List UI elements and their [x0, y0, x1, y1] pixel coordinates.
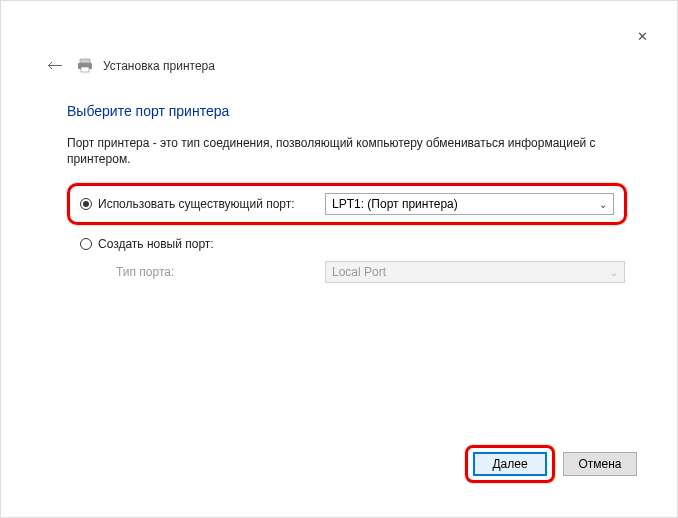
svg-point-3	[89, 64, 91, 66]
printer-icon	[77, 58, 93, 74]
printer-wizard-window: ✕ 🡐 Установка принтера Выберите порт при…	[29, 25, 655, 495]
page-description: Порт принтера - это тип соединения, позв…	[67, 135, 625, 167]
wizard-header: 🡐 Установка принтера	[43, 55, 215, 77]
next-button[interactable]: Далее	[473, 452, 547, 476]
page-heading: Выберите порт принтера	[67, 103, 229, 119]
port-type-label: Тип порта:	[80, 265, 325, 279]
port-type-row: Тип порта: Local Port ⌄	[67, 261, 627, 283]
next-button-highlight: Далее	[465, 445, 555, 483]
use-existing-port-label: Использовать существующий порт:	[98, 197, 295, 211]
chevron-down-icon: ⌄	[599, 199, 607, 210]
port-type-select: Local Port ⌄	[325, 261, 625, 283]
radio-unchecked-icon	[80, 238, 92, 250]
radio-checked-icon	[80, 198, 92, 210]
next-button-label: Далее	[492, 457, 527, 471]
existing-port-value: LPT1: (Порт принтера)	[332, 197, 458, 211]
port-type-value: Local Port	[332, 265, 386, 279]
create-new-port-row: Создать новый порт:	[67, 237, 627, 251]
wizard-footer: Далее Отмена	[465, 445, 637, 483]
use-existing-port-radio[interactable]: Использовать существующий порт:	[80, 197, 325, 211]
cancel-button[interactable]: Отмена	[563, 452, 637, 476]
close-icon[interactable]: ✕	[635, 29, 649, 43]
create-new-port-radio[interactable]: Создать новый порт:	[80, 237, 325, 251]
create-new-port-label: Создать новый порт:	[98, 237, 214, 251]
port-options: Использовать существующий порт: LPT1: (П…	[67, 183, 627, 283]
back-arrow-icon[interactable]: 🡐	[43, 55, 67, 77]
chevron-down-icon: ⌄	[610, 267, 618, 278]
use-existing-port-row: Использовать существующий порт: LPT1: (П…	[67, 183, 627, 225]
wizard-title: Установка принтера	[103, 59, 215, 73]
cancel-button-label: Отмена	[578, 457, 621, 471]
svg-rect-0	[80, 59, 90, 63]
svg-rect-2	[81, 67, 89, 72]
existing-port-select[interactable]: LPT1: (Порт принтера) ⌄	[325, 193, 614, 215]
